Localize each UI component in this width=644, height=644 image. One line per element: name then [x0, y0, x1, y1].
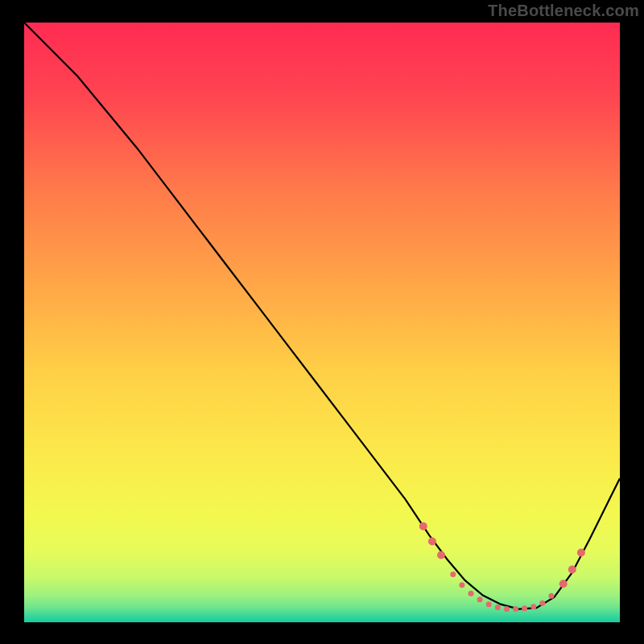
valley-marker-dot [428, 537, 436, 545]
valley-marker-dot [504, 606, 510, 612]
valley-marker-dot [577, 549, 585, 557]
valley-marker-dot [437, 551, 445, 559]
chart-frame: TheBottleneck.com [0, 0, 644, 644]
gradient-background [24, 23, 620, 622]
bottleneck-chart-svg [24, 23, 620, 622]
valley-marker-dot [513, 606, 518, 612]
valley-marker-dot [450, 572, 456, 577]
valley-marker-dot [486, 601, 492, 607]
valley-marker-dot [459, 582, 464, 588]
valley-marker-dot [539, 601, 545, 606]
valley-marker-dot [495, 605, 501, 610]
valley-marker-dot [522, 605, 527, 611]
valley-marker-dot [568, 565, 576, 573]
valley-marker-dot [469, 591, 474, 597]
valley-marker-dot [477, 597, 483, 602]
plot-area [24, 23, 620, 622]
watermark-text: TheBottleneck.com [488, 2, 639, 20]
valley-marker-dot [419, 522, 427, 530]
valley-marker-dot [559, 580, 568, 588]
valley-marker-dot [548, 593, 554, 599]
valley-marker-dot [530, 604, 536, 609]
